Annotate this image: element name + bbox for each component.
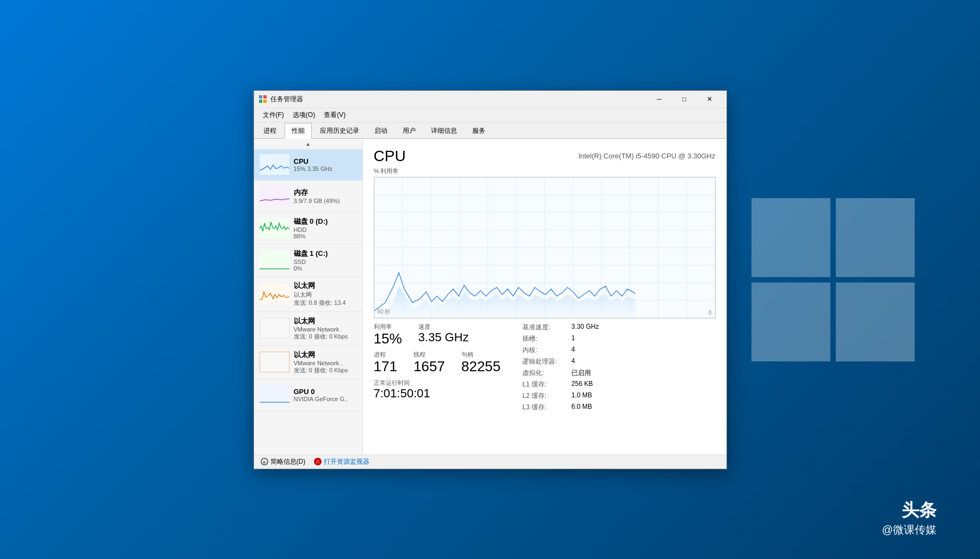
- stat-speed-value: 3.35 GHz: [418, 331, 469, 344]
- sidebar: ▲ CPU 15% 3.35 GHz 内存: [254, 139, 363, 454]
- sidebar-eth3-sublabel: VMware Network .: [294, 360, 357, 366]
- stat-base-speed-value: 3.30 GHz: [571, 323, 599, 332]
- stat-sockets-label: 插槽:: [522, 334, 571, 343]
- resource-monitor-icon: ⚠: [314, 458, 322, 465]
- maximize-button[interactable]: □: [672, 90, 697, 108]
- sidebar-cpu-info: CPU 15% 3.35 GHz: [294, 157, 357, 172]
- sidebar-item-eth3[interactable]: 以太网 VMware Network . 发送: 0 接收: 0 Kbps: [254, 346, 362, 379]
- sidebar-disk1-sublabel: SSD: [294, 259, 357, 265]
- sidebar-disk1-value: 0%: [294, 265, 357, 272]
- svg-rect-4: [260, 154, 289, 175]
- stat-uptime-label: 正常运行时间: [374, 379, 501, 387]
- stat-processes-label: 进程: [374, 351, 397, 359]
- stat-logical-row: 逻辑处理器: 4: [522, 357, 599, 366]
- stat-logical-label: 逻辑处理器:: [522, 357, 571, 366]
- footer: ▲ 简略信息(D) ⚠ 打开资源监视器: [254, 454, 726, 469]
- cpu-header: CPU Intel(R) Core(TM) i5-4590 CPU @ 3.30…: [374, 148, 716, 165]
- sidebar-cpu-value: 15% 3.35 GHz: [294, 165, 357, 172]
- sidebar-eth3-label: 以太网: [294, 350, 357, 360]
- sidebar-eth3-value: 发送: 0 接收: 0 Kbps: [294, 366, 357, 374]
- bottom-stats: 利用率 15% 速度 3.35 GHz 进程 171: [374, 323, 716, 412]
- sidebar-eth1-info: 以太网 以太网 发送: 0.8 接收: 13.4: [294, 281, 357, 307]
- minimize-button[interactable]: ─: [647, 90, 672, 108]
- cpu-mini-chart: [260, 154, 289, 175]
- stat-processes-value: 171: [374, 359, 397, 374]
- tab-processes[interactable]: 进程: [256, 123, 283, 139]
- resource-monitor-label: 打开资源监视器: [324, 457, 369, 466]
- sidebar-disk0-value: 88%: [294, 233, 357, 239]
- sidebar-item-gpu0[interactable]: GPU 0 NVIDIA GeForce G..: [254, 379, 362, 411]
- sidebar-item-disk0[interactable]: 磁盘 0 (D:) HDD 88%: [254, 212, 362, 244]
- sidebar-item-eth1[interactable]: 以太网 以太网 发送: 0.8 接收: 13.4: [254, 277, 362, 312]
- stat-usage-label: 利用率: [374, 323, 402, 331]
- summary-label: 简略信息(D): [270, 457, 306, 466]
- chart-y-axis-label: % 利用率: [374, 167, 716, 175]
- tab-startup[interactable]: 启动: [367, 123, 395, 139]
- tab-details[interactable]: 详细信息: [424, 123, 464, 139]
- stat-threads: 线程 1657: [414, 351, 445, 374]
- svg-rect-0: [259, 95, 262, 99]
- svg-rect-1: [263, 95, 267, 99]
- svg-rect-10: [260, 352, 289, 372]
- tab-users[interactable]: 用户: [396, 123, 423, 139]
- sidebar-item-disk1[interactable]: 磁盘 1 (C:) SSD 0%: [254, 244, 362, 277]
- close-button[interactable]: ✕: [697, 90, 722, 108]
- stat-l1-value: 256 KB: [571, 380, 593, 389]
- stat-handles: 句柄 82255: [461, 351, 501, 374]
- sidebar-disk0-info: 磁盘 0 (D:) HDD 88%: [294, 217, 357, 239]
- stat-row-1: 利用率 15% 速度 3.35 GHz: [374, 323, 501, 347]
- stat-threads-value: 1657: [414, 359, 445, 374]
- stat-l3-label: L3 缓存:: [522, 403, 571, 412]
- menubar: 文件(F) 选项(O) 查看(V): [254, 108, 726, 122]
- chart-x-label-left: 60 秒: [378, 308, 391, 316]
- watermark: 头条 @微课传媒: [882, 499, 936, 537]
- tab-performance[interactable]: 性能: [285, 123, 312, 139]
- stat-threads-label: 线程: [414, 351, 445, 359]
- stat-uptime-value: 7:01:50:01: [374, 387, 501, 400]
- task-manager-window: 任务管理器 ─ □ ✕ 文件(F) 选项(O) 查看(V) 进程 性能 应用历史…: [254, 90, 727, 469]
- titlebar: 任务管理器 ─ □ ✕: [254, 91, 726, 108]
- menu-options[interactable]: 选项(O): [288, 109, 319, 121]
- stat-l3-value: 6.0 MB: [571, 403, 592, 412]
- main-content: ▲ CPU 15% 3.35 GHz 内存: [254, 139, 726, 454]
- stat-speed: 速度 3.35 GHz: [418, 323, 469, 347]
- summary-toggle[interactable]: ▲ 简略信息(D): [261, 457, 306, 466]
- sidebar-eth1-sublabel: 以太网: [294, 291, 357, 299]
- resource-monitor-link[interactable]: ⚠ 打开资源监视器: [314, 457, 369, 466]
- window-title: 任务管理器: [270, 95, 647, 104]
- sidebar-memory-label: 内存: [294, 188, 357, 198]
- stat-sockets-value: 1: [571, 334, 575, 343]
- stat-l1-label: L1 缓存:: [522, 380, 571, 389]
- sidebar-memory-value: 3.9/7.9 GB (49%): [294, 198, 357, 204]
- stat-base-speed-row: 基准速度: 3.30 GHz: [522, 323, 599, 332]
- sidebar-item-memory[interactable]: 内存 3.9/7.9 GB (49%): [254, 181, 362, 212]
- stat-l2-label: L2 缓存:: [522, 391, 571, 401]
- sidebar-eth2-info: 以太网 VMware Network . 发送: 0 接收: 0 Kbps: [294, 316, 357, 341]
- sidebar-eth1-label: 以太网: [294, 281, 357, 291]
- tab-app-history[interactable]: 应用历史记录: [313, 123, 366, 139]
- sidebar-scroll-up[interactable]: ▲: [254, 139, 362, 149]
- chevron-up-icon: ▲: [261, 458, 268, 465]
- stat-l2-row: L2 缓存: 1.0 MB: [522, 391, 599, 401]
- sidebar-item-cpu[interactable]: CPU 15% 3.35 GHz: [254, 149, 362, 181]
- stat-usage-value: 15%: [374, 331, 402, 347]
- svg-rect-3: [263, 100, 267, 103]
- sidebar-eth1-value: 发送: 0.8 接收: 13.4: [294, 299, 357, 307]
- sidebar-item-eth2[interactable]: 以太网 VMware Network . 发送: 0 接收: 0 Kbps: [254, 312, 362, 346]
- svg-rect-7: [260, 250, 289, 271]
- sidebar-gpu0-info: GPU 0 NVIDIA GeForce G..: [294, 388, 357, 402]
- stat-cores-label: 内核:: [522, 346, 571, 355]
- tab-services[interactable]: 服务: [465, 123, 492, 139]
- stat-processes: 进程 171: [374, 351, 397, 374]
- stat-logical-value: 4: [571, 357, 575, 366]
- cpu-title: CPU: [374, 148, 406, 165]
- menu-file[interactable]: 文件(F): [258, 109, 288, 121]
- stat-usage: 利用率 15%: [374, 323, 402, 347]
- gpu0-mini-chart: [260, 384, 289, 405]
- menu-view[interactable]: 查看(V): [319, 109, 350, 121]
- window-controls: ─ □ ✕: [647, 90, 722, 108]
- sidebar-gpu0-sublabel: NVIDIA GeForce G..: [294, 396, 357, 402]
- watermark-title: 头条: [882, 499, 936, 523]
- stat-cores-row: 内核: 4: [522, 346, 599, 355]
- stat-speed-label: 速度: [418, 323, 469, 331]
